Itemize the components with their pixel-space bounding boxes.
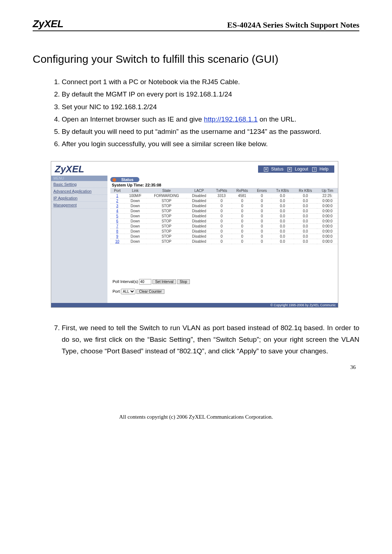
sidebar: MENU Basic Setting Advanced Application … [51,176,107,303]
col-header: RxPkts [232,188,253,193]
table-row: 4DownSTOPDisabled0000.00.00:00:0 [110,208,338,213]
stop-button[interactable]: Stop [177,279,190,284]
poll-interval-input[interactable] [139,279,151,284]
steps-list-2: First, we need to tell the Switch to run… [33,322,359,357]
port-link[interactable]: 10 [115,239,119,243]
table-row: 9DownSTOPDisabled0000.00.00:00:0 [110,234,338,239]
help-icon: ? [312,167,317,172]
status-icon [264,167,268,172]
step-7: First, we need to tell the Switch to run… [62,322,359,357]
clear-counter-button[interactable]: Clear Counter [136,289,164,294]
port-status-table: PortLinkStateLACPTxPktsRxPktsErrorsTx KB… [110,188,338,244]
port-link[interactable]: 3 [116,204,118,208]
table-row: 8DownSTOPDisabled0000.00.00:00:0 [110,229,338,234]
step-5: By default you will need to put “admin” … [62,126,359,138]
embedded-screenshot: ZyXEL Status Logout ?Help MENU Basic Set… [51,161,338,308]
steps-list: Connect port 1 with a PC or Notebook via… [33,76,359,150]
col-header: Tx KB/s [271,188,294,193]
table-row: 1100M/FFORWARDINGDisabled3313458100.00.0… [110,193,338,198]
table-row: 2DownSTOPDisabled0000.00.00:00:0 [110,198,338,203]
help-link[interactable]: Help [319,167,328,172]
col-header: Up Tim [317,188,338,193]
sc-logo: ZyXEL [55,164,84,175]
table-row: 5DownSTOPDisabled0000.00.00:00:0 [110,213,338,218]
port-select[interactable]: ALL [121,289,135,294]
port-link[interactable]: 8 [116,229,118,233]
sidebar-item-basic-setting[interactable]: Basic Setting [51,181,107,188]
step-2: By default the MGMT IP on every port is … [62,89,359,100]
col-header: State [146,188,187,193]
status-pill: Status [110,177,139,182]
footer-copyright: All contents copyright (c) 2006 ZyXEL Co… [33,414,359,420]
status-link[interactable]: Status [271,167,283,172]
sc-copyright: © Copyright 1995-2006 by ZyXEL Communic [51,303,338,307]
step-1: Connect port 1 with a PC or Notebook via… [62,76,359,88]
col-header: Errors [253,188,271,193]
header-title: ES-4024A Series Switch Support Notes [227,20,359,30]
sidebar-item-ip-application[interactable]: IP Application [51,195,107,202]
step-6: After you login successfully, you will s… [62,138,359,150]
mgmt-url-link[interactable]: http://192.168.1.1 [204,115,258,123]
port-link[interactable]: 5 [116,214,118,218]
port-label: Port [113,289,120,294]
col-header: TxPkts [212,188,232,193]
page-number: 36 [33,364,359,370]
sidebar-item-management[interactable]: Management [51,202,107,209]
brand-logo: ZyXEL [33,18,64,30]
system-uptime: System Up Time: 22:35:08 [112,183,338,187]
sc-top-links: Status Logout ?Help [258,165,334,173]
menu-title: MENU [51,176,107,181]
col-header: Port [110,188,124,193]
page-header: ZyXEL ES-4024A Series Switch Support Not… [33,18,359,31]
table-row: 6DownSTOPDisabled0000.00.00:00:0 [110,218,338,223]
port-link[interactable]: 6 [116,219,118,223]
step-3: Set your NIC to 192.168.1.2/24 [62,101,359,113]
col-header: LACP [187,188,211,193]
port-link[interactable]: 2 [116,199,118,203]
table-row: 3DownSTOPDisabled0000.00.00:00:0 [110,203,338,208]
poll-label: Poll Interval(s) [113,279,138,284]
table-row: 7DownSTOPDisabled0000.00.00:00:0 [110,223,338,229]
logout-icon [287,167,292,172]
main-panel: Status System Up Time: 22:35:08 PortLink… [107,176,338,303]
port-link[interactable]: 9 [116,234,118,238]
logout-link[interactable]: Logout [295,167,308,172]
section-title: Configuring your Switch to fulfill this … [33,53,359,65]
table-row: 10DownSTOPDisabled0000.00.00:00:0 [110,239,338,244]
sidebar-item-advanced-application[interactable]: Advanced Application [51,188,107,195]
col-header: Link [124,188,146,193]
port-link[interactable]: 1 [116,194,118,198]
step-4: Open an Internet browser such as IE and … [62,114,359,125]
port-link[interactable]: 7 [116,224,118,228]
col-header: Rx KB/s [294,188,317,193]
set-interval-button[interactable]: Set Interval [152,279,176,284]
port-link[interactable]: 4 [116,209,118,213]
